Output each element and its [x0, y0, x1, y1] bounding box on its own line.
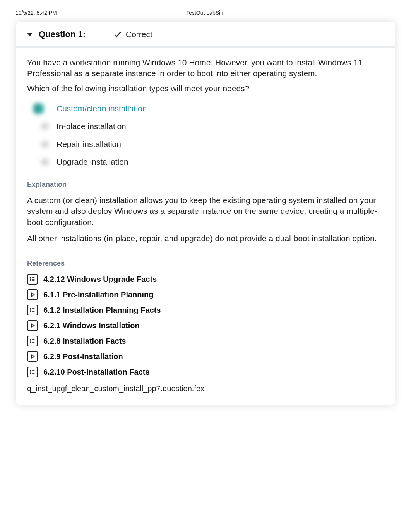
check-icon	[113, 30, 122, 39]
reference-label: 6.1.1 Pre-Installation Planning	[43, 290, 154, 299]
svg-marker-6	[31, 293, 34, 297]
radio-selected-icon	[33, 103, 50, 114]
explanation-p1: A custom (or clean) installation allows …	[27, 195, 384, 228]
question-header[interactable]: Question 1: Correct	[16, 22, 395, 48]
question-card: Question 1: Correct You have a workstati…	[16, 22, 395, 405]
page-header: 10/5/22, 8:42 PM TestOut LabSim	[0, 0, 411, 20]
svg-point-7	[30, 308, 31, 309]
svg-marker-20	[31, 355, 34, 358]
option-label: Custom/clean installation	[57, 104, 147, 113]
explanation-p2: All other installations (in-place, repai…	[27, 233, 384, 244]
reference-link[interactable]: 6.2.1 Windows Installation	[27, 320, 384, 331]
option-row[interactable]: In-place installation	[33, 121, 384, 132]
svg-point-2	[30, 279, 31, 280]
svg-point-18	[30, 342, 31, 343]
status-text: Correct	[126, 30, 152, 39]
svg-point-4	[30, 280, 31, 281]
list-icon	[27, 336, 38, 346]
reference-link[interactable]: 6.1.2 Installation Planning Facts	[27, 305, 384, 315]
reference-label: 6.2.9 Post-Installation	[43, 352, 123, 361]
option-row[interactable]: Repair installation	[33, 139, 384, 150]
explanation-heading: Explanation	[27, 181, 384, 189]
svg-point-16	[30, 341, 31, 341]
option-label: In-place installation	[57, 122, 126, 131]
question-stem-2: Which of the following installation type…	[27, 83, 384, 94]
play-icon	[27, 289, 38, 300]
question-stem-1: You have a workstation running Windows 1…	[27, 57, 384, 79]
reference-label: 6.2.1 Windows Installation	[43, 321, 140, 330]
svg-point-21	[30, 370, 31, 371]
question-label: Question 1:	[39, 29, 86, 39]
header-app-name: TestOut LabSim	[142, 10, 269, 16]
radio-icon	[39, 121, 50, 132]
reference-label: 4.2.12 Windows Upgrade Facts	[43, 275, 157, 284]
svg-point-23	[30, 372, 31, 372]
radio-icon	[39, 157, 50, 167]
play-icon	[27, 320, 38, 331]
reference-label: 6.1.2 Installation Planning Facts	[43, 306, 161, 315]
reference-link[interactable]: 6.1.1 Pre-Installation Planning	[27, 289, 384, 300]
svg-point-11	[30, 311, 31, 312]
references-section: References 4.2.12 Windows Upgrade Facts …	[27, 259, 384, 377]
list-icon	[27, 367, 38, 377]
options-list: Custom/clean installation In-place insta…	[27, 103, 384, 167]
status-badge: Correct	[113, 30, 152, 39]
option-row[interactable]: Custom/clean installation	[33, 103, 384, 114]
option-label: Repair installation	[57, 140, 121, 149]
svg-point-0	[30, 277, 31, 278]
reference-link[interactable]: 4.2.12 Windows Upgrade Facts	[27, 274, 384, 285]
svg-point-14	[30, 339, 31, 340]
question-body: You have a workstation running Windows 1…	[16, 48, 395, 405]
play-icon	[27, 351, 38, 362]
svg-point-25	[30, 373, 31, 374]
svg-marker-13	[31, 324, 34, 327]
references-heading: References	[27, 259, 384, 268]
list-icon	[27, 274, 38, 285]
option-label: Upgrade installation	[57, 157, 128, 167]
radio-icon	[39, 139, 50, 150]
header-timestamp: 10/5/22, 8:42 PM	[15, 10, 142, 16]
reference-link[interactable]: 6.2.8 Installation Facts	[27, 336, 384, 346]
list-icon	[27, 305, 38, 315]
question-id: q_inst_upgf_clean_custom_install_pp7.que…	[27, 384, 384, 393]
option-row[interactable]: Upgrade installation	[33, 157, 384, 167]
reference-label: 6.2.10 Post-Installation Facts	[43, 368, 150, 377]
reference-link[interactable]: 6.2.9 Post-Installation	[27, 351, 384, 362]
caret-down-icon	[27, 33, 33, 36]
reference-link[interactable]: 6.2.10 Post-Installation Facts	[27, 367, 384, 377]
svg-point-9	[30, 310, 31, 310]
reference-label: 6.2.8 Installation Facts	[43, 337, 126, 346]
